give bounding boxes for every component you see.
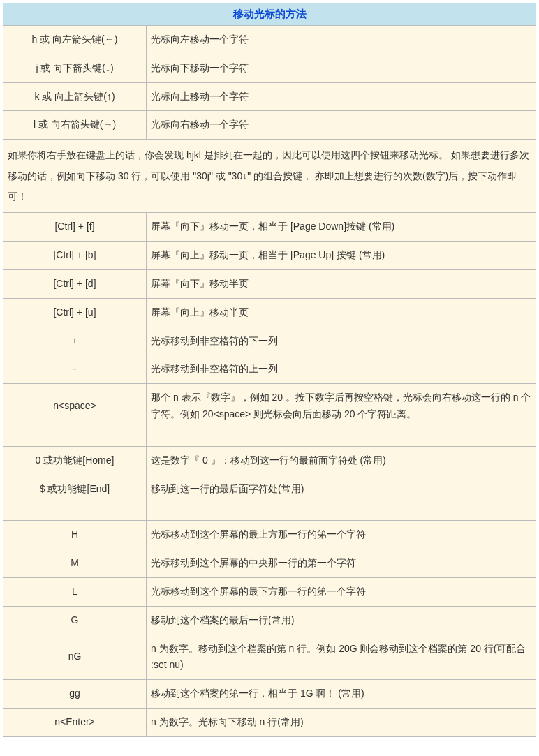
spacer-row — [3, 429, 536, 446]
key-cell: + — [3, 327, 147, 355]
desc-cell: 屏幕『向上』移动半页 — [147, 298, 536, 327]
table-row: n<space> 那个 n 表示『数字』，例如 20 。按下数字后再按空格键，光… — [3, 384, 536, 429]
desc-cell: 光标移动到这个屏幕的中央那一行的第一个字符 — [147, 549, 536, 578]
table-row: j 或 向下箭头键(↓) 光标向下移动一个字符 — [3, 54, 536, 82]
table-row: n<Enter> n 为数字。光标向下移动 n 行(常用) — [3, 708, 536, 736]
desc-cell: 光标向上移动一个字符 — [147, 82, 536, 111]
table-header: 移动光标的方法 — [3, 3, 536, 26]
key-cell: L — [3, 577, 147, 606]
key-cell: n<Enter> — [3, 708, 147, 736]
table-row: L 光标移动到这个屏幕的最下方那一行的第一个字符 — [3, 577, 536, 606]
key-cell: nG — [3, 635, 147, 680]
table-row: [Ctrl] + [u] 屏幕『向上』移动半页 — [3, 298, 536, 327]
key-cell: [Ctrl] + [b] — [3, 242, 147, 270]
desc-cell: 光标移动到这个屏幕的最下方那一行的第一个字符 — [147, 577, 536, 606]
spacer-cell — [147, 503, 536, 521]
key-cell: j 或 向下箭头键(↓) — [3, 54, 147, 82]
desc-cell: 屏幕『向下』移动一页，相当于 [Page Down]按键 (常用) — [147, 213, 536, 242]
spacer-row — [3, 503, 536, 521]
note-cell: 如果你将右手放在键盘上的话，你会发现 hjkl 是排列在一起的，因此可以使用这四… — [3, 140, 536, 213]
key-cell: [Ctrl] + [f] — [3, 213, 147, 242]
desc-cell: 光标向左移动一个字符 — [147, 26, 536, 54]
desc-cell: 光标移动到非空格符的下一列 — [147, 327, 536, 355]
desc-cell: 光标向右移动一个字符 — [147, 111, 536, 140]
key-cell: M — [3, 549, 147, 578]
key-cell: h 或 向左箭头键(←) — [3, 26, 147, 54]
table-row: h 或 向左箭头键(←) 光标向左移动一个字符 — [3, 26, 536, 54]
desc-cell: 移动到这个档案的第一行，相当于 1G 啊！ (常用) — [147, 680, 536, 709]
spacer-cell — [3, 503, 147, 521]
desc-cell: 光标向下移动一个字符 — [147, 54, 536, 82]
desc-cell: 这是数字『 0 』：移动到这一行的最前面字符处 (常用) — [147, 446, 536, 475]
table-row: [Ctrl] + [f] 屏幕『向下』移动一页，相当于 [Page Down]按… — [3, 213, 536, 242]
key-cell: n<space> — [3, 384, 147, 429]
cursor-movement-table: 移动光标的方法 h 或 向左箭头键(←) 光标向左移动一个字符 j 或 向下箭头… — [3, 3, 536, 737]
spacer-cell — [3, 429, 147, 446]
table-header-row: 移动光标的方法 — [3, 3, 536, 26]
desc-cell: 那个 n 表示『数字』，例如 20 。按下数字后再按空格键，光标会向右移动这一行… — [147, 384, 536, 429]
desc-cell: 屏幕『向下』移动半页 — [147, 269, 536, 298]
desc-cell: 移动到这个档案的最后一行(常用) — [147, 606, 536, 635]
key-cell: [Ctrl] + [d] — [3, 269, 147, 298]
table-row: - 光标移动到非空格符的上一列 — [3, 355, 536, 384]
desc-cell: n 为数字。光标向下移动 n 行(常用) — [147, 708, 536, 736]
key-cell: H — [3, 521, 147, 549]
note-row: 如果你将右手放在键盘上的话，你会发现 hjkl 是排列在一起的，因此可以使用这四… — [3, 140, 536, 213]
key-cell: k 或 向上箭头键(↑) — [3, 82, 147, 111]
desc-cell: 光标移动到非空格符的上一列 — [147, 355, 536, 384]
table-row: [Ctrl] + [d] 屏幕『向下』移动半页 — [3, 269, 536, 298]
key-cell: gg — [3, 680, 147, 709]
table-row: G 移动到这个档案的最后一行(常用) — [3, 606, 536, 635]
key-cell: G — [3, 606, 147, 635]
table-row: gg 移动到这个档案的第一行，相当于 1G 啊！ (常用) — [3, 680, 536, 709]
table-row: [Ctrl] + [b] 屏幕『向上』移动一页，相当于 [Page Up] 按键… — [3, 242, 536, 270]
table-row: M 光标移动到这个屏幕的中央那一行的第一个字符 — [3, 549, 536, 578]
key-cell: l 或 向右箭头键(→) — [3, 111, 147, 140]
table-row: nG n 为数字。移动到这个档案的第 n 行。例如 20G 则会移动到这个档案的… — [3, 635, 536, 680]
desc-cell: n 为数字。移动到这个档案的第 n 行。例如 20G 则会移动到这个档案的第 2… — [147, 635, 536, 680]
key-cell: - — [3, 355, 147, 384]
key-cell: 0 或功能键[Home] — [3, 446, 147, 475]
table-row: l 或 向右箭头键(→) 光标向右移动一个字符 — [3, 111, 536, 140]
key-cell: [Ctrl] + [u] — [3, 298, 147, 327]
table-row: k 或 向上箭头键(↑) 光标向上移动一个字符 — [3, 82, 536, 111]
table-row: H 光标移动到这个屏幕的最上方那一行的第一个字符 — [3, 521, 536, 549]
spacer-cell — [147, 429, 536, 446]
desc-cell: 屏幕『向上』移动一页，相当于 [Page Up] 按键 (常用) — [147, 242, 536, 270]
desc-cell: 光标移动到这个屏幕的最上方那一行的第一个字符 — [147, 521, 536, 549]
desc-cell: 移动到这一行的最后面字符处(常用) — [147, 475, 536, 503]
table-row: $ 或功能键[End] 移动到这一行的最后面字符处(常用) — [3, 475, 536, 503]
table-row: 0 或功能键[Home] 这是数字『 0 』：移动到这一行的最前面字符处 (常用… — [3, 446, 536, 475]
key-cell: $ 或功能键[End] — [3, 475, 147, 503]
table-row: + 光标移动到非空格符的下一列 — [3, 327, 536, 355]
